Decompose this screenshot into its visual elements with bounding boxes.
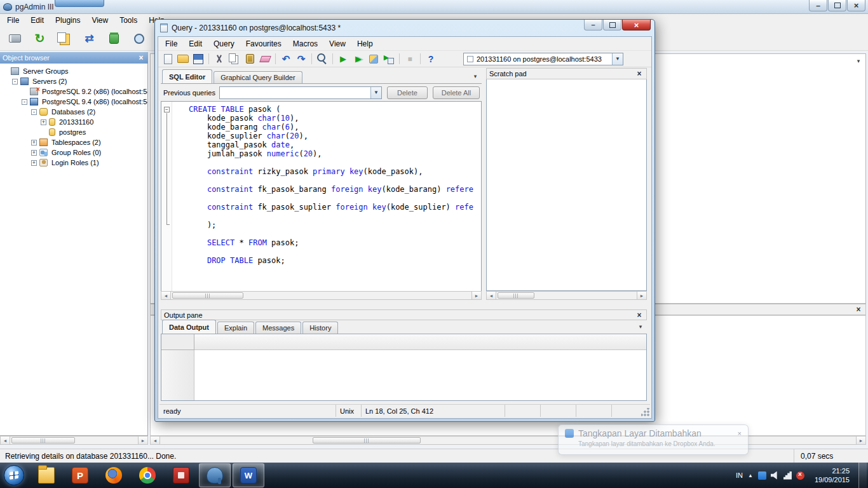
collapse-icon[interactable]: - xyxy=(22,99,27,105)
taskbar-chrome-button[interactable] xyxy=(132,463,163,487)
object-properties-icon[interactable] xyxy=(56,30,73,47)
tab-graphical-query-builder[interactable]: Graphical Query Builder xyxy=(214,71,302,83)
editor-hscrollbar[interactable] xyxy=(161,291,482,300)
tree-item-postgresql-9-2-x86-localhost-5432[interactable]: PostgreSQL 9.2 (x86) (localhost:5432) xyxy=(0,86,147,97)
sql-editor[interactable]: CREATE TABLE pasok ( kode_pasok char(10)… xyxy=(161,101,482,291)
scroll-track[interactable] xyxy=(10,437,138,444)
main-hscrollbar[interactable] xyxy=(150,436,866,445)
resize-grip[interactable] xyxy=(641,408,650,417)
scroll-left-icon[interactable] xyxy=(487,292,496,299)
tree-item-postgres[interactable]: postgres xyxy=(0,127,147,137)
expand-icon[interactable]: + xyxy=(31,140,37,146)
scroll-thumb[interactable] xyxy=(498,292,534,299)
query-minimize-button[interactable] xyxy=(584,20,602,30)
main-menu-tools[interactable]: Tools xyxy=(114,14,143,27)
query-menu-macros[interactable]: Macros xyxy=(287,37,323,50)
cut-icon[interactable] xyxy=(212,52,226,66)
taskbar-word-button[interactable] xyxy=(233,463,264,487)
combo-dropdown-icon[interactable]: ▼ xyxy=(370,87,381,98)
taskbar-windows-explorer-button[interactable] xyxy=(31,463,62,487)
notification-close-icon[interactable] xyxy=(738,430,742,437)
output-tab-explain[interactable]: Explain xyxy=(217,322,254,334)
expand-icon[interactable]: + xyxy=(41,119,46,125)
close-button[interactable] xyxy=(847,0,865,11)
help-icon[interactable] xyxy=(424,52,438,66)
scroll-left-icon[interactable] xyxy=(1,437,10,444)
start-button[interactable] xyxy=(0,463,28,488)
find-icon[interactable] xyxy=(315,52,329,66)
background-window-peek[interactable] xyxy=(55,0,104,7)
object-browser-close-icon[interactable] xyxy=(137,53,146,62)
tree-item-group-roles-0[interactable]: +Group Roles (0) xyxy=(0,147,147,158)
tab-menu-icon[interactable]: ▾ xyxy=(636,323,645,330)
sql-pane-close-icon[interactable] xyxy=(854,305,863,314)
query-menu-favourites[interactable]: Favourites xyxy=(240,37,287,50)
fold-collapse-icon[interactable] xyxy=(164,107,170,112)
output-tab-data-output[interactable]: Data Output xyxy=(162,320,216,334)
scroll-track[interactable] xyxy=(160,437,856,444)
explain-query-icon[interactable] xyxy=(367,52,381,66)
scroll-left-icon[interactable] xyxy=(151,437,160,444)
main-menu-plugins[interactable]: Plugins xyxy=(50,14,86,27)
tab-sql-editor[interactable]: SQL Editor xyxy=(162,69,212,83)
tree-item-databases-2[interactable]: -Databases (2) xyxy=(0,107,147,117)
query-close-button[interactable] xyxy=(622,20,651,30)
previous-queries-combobox[interactable]: ▼ xyxy=(219,86,382,99)
taskbar-red-app-button[interactable] xyxy=(165,463,197,487)
delete-button[interactable]: Delete xyxy=(387,86,428,99)
execute-pgscript-icon[interactable] xyxy=(351,52,365,66)
tab-menu-icon[interactable]: ▾ xyxy=(471,73,480,79)
tree-item-servers-2[interactable]: -Servers (2) xyxy=(0,76,147,86)
scroll-right-icon[interactable] xyxy=(637,292,646,299)
language-indicator[interactable]: IN xyxy=(736,471,743,479)
dropbox-tray-icon[interactable] xyxy=(758,471,766,480)
maximize-button[interactable] xyxy=(828,0,846,11)
execute-query-icon[interactable] xyxy=(336,52,350,66)
scroll-right-icon[interactable] xyxy=(856,437,865,444)
add-server-connection-icon[interactable] xyxy=(6,30,24,47)
tree-item-tablespaces-2[interactable]: +Tablespaces (2) xyxy=(0,137,147,147)
main-menu-file[interactable]: File xyxy=(1,14,25,27)
taskbar-powerpoint-button[interactable] xyxy=(64,463,96,487)
sql-editor-text[interactable]: CREATE TABLE pasok ( kode_pasok char(10)… xyxy=(172,105,481,265)
taskbar-pgadmin-button[interactable] xyxy=(199,463,231,487)
scroll-track[interactable] xyxy=(496,292,637,299)
tray-chevron-icon[interactable] xyxy=(748,473,753,478)
query-menu-help[interactable]: Help xyxy=(351,37,379,50)
scroll-right-icon[interactable] xyxy=(138,437,147,444)
new-file-icon[interactable] xyxy=(161,52,175,66)
query-tool-icon[interactable] xyxy=(130,30,147,47)
scroll-right-icon[interactable] xyxy=(471,292,481,299)
minimize-button[interactable] xyxy=(809,0,827,11)
query-menu-view[interactable]: View xyxy=(323,37,351,50)
panel-menu-icon[interactable]: ▾ xyxy=(854,58,863,64)
taskbar-firefox-button[interactable] xyxy=(98,463,130,487)
save-icon[interactable] xyxy=(191,52,205,66)
expand-icon[interactable]: + xyxy=(31,150,37,156)
query-menu-edit[interactable]: Edit xyxy=(183,37,208,50)
query-menu-query[interactable]: Query xyxy=(208,37,240,50)
tree-item-postgresql-9-4-x86-localhost-5433[interactable]: -PostgreSQL 9.4 (x86) (localhost:5433) xyxy=(0,97,147,107)
query-menu-file[interactable]: File xyxy=(159,37,183,50)
scroll-thumb[interactable] xyxy=(11,437,75,444)
output-tab-history[interactable]: History xyxy=(302,322,338,334)
main-menu-edit[interactable]: Edit xyxy=(25,14,50,27)
drop-object-icon[interactable] xyxy=(105,30,123,47)
object-browser-hscrollbar[interactable] xyxy=(0,436,148,445)
expand-icon[interactable]: + xyxy=(31,160,37,166)
open-file-icon[interactable] xyxy=(176,52,190,66)
network-tray-icon[interactable] xyxy=(783,471,792,480)
query-maximize-button[interactable] xyxy=(603,20,621,30)
scroll-thumb[interactable] xyxy=(172,292,243,299)
dropbox-notification[interactable]: Tangkapan Layar Ditambahkan Tangkapan la… xyxy=(558,424,749,455)
tree-item-201331160[interactable]: +201331160 xyxy=(0,117,147,127)
collapse-icon[interactable]: - xyxy=(12,79,18,85)
scroll-thumb[interactable] xyxy=(313,437,421,444)
show-desktop-button[interactable] xyxy=(858,463,867,488)
taskbar-clock[interactable]: 21:25 19/09/2015 xyxy=(811,466,853,484)
scroll-track[interactable] xyxy=(171,292,471,299)
output-pane-close-icon[interactable] xyxy=(635,311,644,320)
combo-dropdown-icon[interactable]: ▼ xyxy=(612,53,623,65)
undo-icon[interactable] xyxy=(279,52,293,66)
connection-combobox[interactable]: 201331160 on postgres@localhost:5433 ▼ xyxy=(463,53,623,65)
